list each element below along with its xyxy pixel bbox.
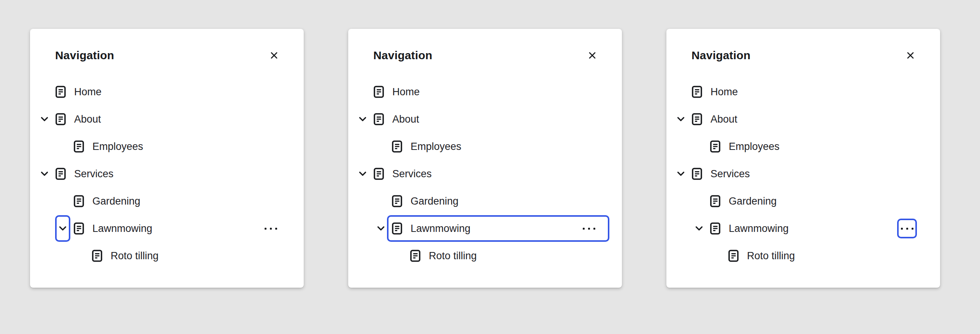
tree-item-lawnmowing[interactable]: Lawnmowing — [348, 215, 622, 242]
chevron-down-icon — [41, 171, 48, 176]
tree-item-about[interactable]: About — [667, 106, 940, 133]
tree-item-label: Roto tilling — [111, 250, 159, 262]
expand-toggle-button[interactable] — [37, 106, 52, 133]
expand-toggle-button[interactable] — [37, 161, 52, 187]
overflow-menu-button[interactable] — [579, 218, 599, 238]
x-icon — [588, 51, 597, 60]
dialog-header: Navigation — [348, 29, 622, 62]
tree-item-label: Home — [392, 86, 420, 98]
tree-item-label: Services — [392, 168, 432, 180]
document-icon — [92, 250, 102, 262]
tree-item-lawnmowing[interactable]: Lawnmowing — [667, 215, 940, 242]
document-icon — [392, 195, 402, 207]
navigation-dialog-focus-overflow: Navigation Home About Employees Services — [667, 29, 940, 288]
tree-item-label: Gardening — [729, 195, 776, 207]
document-icon — [392, 222, 402, 234]
document-icon — [710, 222, 721, 234]
chevron-down-icon — [377, 226, 385, 231]
overflow-menu-button[interactable] — [897, 218, 917, 238]
x-icon — [270, 51, 278, 60]
expand-toggle-button[interactable] — [355, 161, 370, 187]
navigation-dialog-focus-toggle: Navigation Home About Employees Services — [30, 29, 304, 288]
x-icon — [906, 51, 915, 60]
chevron-down-icon — [695, 226, 703, 231]
close-button[interactable] — [585, 49, 599, 62]
tree-item-label: About — [74, 114, 101, 125]
tree-item-gardening[interactable]: Gardening — [348, 187, 622, 215]
document-icon — [56, 113, 66, 125]
navigation-tree: Home About Employees Services Gardening … — [667, 78, 940, 269]
document-icon — [374, 168, 384, 180]
expand-toggle-button[interactable] — [355, 106, 370, 133]
tree-item-label: Roto tilling — [429, 250, 477, 262]
tree-item-roto-tilling[interactable]: Roto tilling — [30, 242, 304, 269]
tree-item-label: Gardening — [92, 195, 140, 207]
tree-item-gardening[interactable]: Gardening — [667, 187, 940, 215]
navigation-tree: Home About Employees Services Gardening … — [30, 78, 304, 269]
tree-item-label: About — [711, 114, 737, 125]
ellipsis-icon — [583, 228, 585, 230]
tree-item-home[interactable]: Home — [348, 78, 622, 106]
ellipsis-icon — [264, 228, 266, 230]
document-icon — [74, 141, 84, 153]
tree-item-label: Home — [74, 86, 102, 98]
tree-item-label: Gardening — [410, 195, 458, 207]
tree-item-home[interactable]: Home — [667, 78, 940, 106]
dialog-title: Navigation — [692, 49, 750, 62]
tree-item-services[interactable]: Services — [667, 160, 940, 187]
tree-item-label: About — [392, 114, 419, 125]
ellipsis-icon — [901, 228, 903, 230]
chevron-down-icon — [359, 171, 366, 176]
document-icon — [710, 141, 721, 153]
tree-item-home[interactable]: Home — [30, 78, 304, 106]
chevron-down-icon — [59, 226, 67, 231]
chevron-down-icon — [677, 171, 685, 176]
tree-item-about[interactable]: About — [348, 106, 622, 133]
tree-item-label: Employees — [410, 141, 461, 153]
tree-item-label: Lawnmowing — [92, 223, 153, 234]
tree-item-about[interactable]: About — [30, 106, 304, 133]
document-icon — [374, 86, 384, 98]
document-icon — [729, 250, 738, 262]
close-button[interactable] — [267, 49, 281, 62]
document-icon — [74, 195, 84, 207]
document-icon — [374, 113, 384, 125]
document-icon — [692, 113, 702, 125]
navigation-tree: Home About Employees Services Gardening … — [348, 78, 622, 269]
tree-item-services[interactable]: Services — [348, 160, 622, 187]
tree-item-label: Home — [711, 86, 738, 98]
document-icon — [710, 195, 721, 207]
tree-item-services[interactable]: Services — [30, 160, 304, 187]
tree-item-label: Services — [74, 168, 114, 180]
document-icon — [56, 168, 66, 180]
tree-item-employees[interactable]: Employees — [348, 133, 622, 160]
expand-toggle-button[interactable] — [673, 161, 689, 187]
tree-item-lawnmowing[interactable]: Lawnmowing — [30, 215, 304, 242]
close-button[interactable] — [904, 49, 917, 62]
tree-item-roto-tilling[interactable]: Roto tilling — [667, 242, 940, 269]
tree-item-label: Roto tilling — [747, 250, 795, 262]
expand-toggle-button[interactable] — [673, 106, 689, 133]
overflow-menu-button[interactable] — [261, 218, 280, 238]
tree-item-gardening[interactable]: Gardening — [30, 187, 304, 215]
chevron-down-icon — [359, 117, 366, 122]
expand-toggle-button[interactable] — [55, 215, 70, 242]
tree-item-employees[interactable]: Employees — [667, 133, 940, 160]
chevron-down-icon — [677, 117, 685, 122]
dialog-header: Navigation — [667, 29, 940, 62]
tree-item-employees[interactable]: Employees — [30, 133, 304, 160]
document-icon — [74, 222, 84, 234]
document-icon — [392, 141, 402, 153]
tree-item-label: Employees — [92, 141, 143, 153]
expand-toggle-button[interactable] — [373, 215, 388, 242]
dialog-title: Navigation — [55, 49, 114, 62]
document-icon — [692, 86, 702, 98]
tree-item-roto-tilling[interactable]: Roto tilling — [348, 242, 622, 269]
dialog-header: Navigation — [30, 29, 304, 62]
chevron-down-icon — [41, 117, 48, 122]
document-icon — [410, 250, 420, 262]
expand-toggle-button[interactable] — [692, 215, 707, 242]
tree-item-label: Lawnmowing — [729, 223, 789, 234]
document-icon — [692, 168, 702, 180]
tree-item-label: Services — [711, 168, 750, 180]
